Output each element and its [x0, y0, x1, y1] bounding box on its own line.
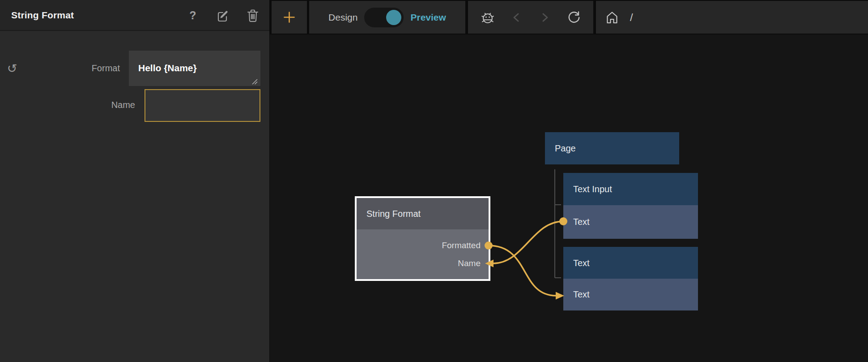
properties-panel-header: String Format ? — [0, 0, 269, 31]
preview-toolbar: Design Preview — [270, 0, 868, 34]
node-string-format-selected[interactable]: String Format Formatted Name — [355, 196, 490, 281]
help-icon[interactable]: ? — [186, 9, 200, 22]
toggle-knob — [386, 10, 401, 25]
page-breadcrumb: / — [596, 1, 868, 34]
node-title: Text Input — [563, 173, 698, 205]
properties-panel: String Format ? ↺ Format — [0, 0, 269, 362]
design-mode-label[interactable]: Design — [328, 12, 357, 23]
node-header[interactable]: Text — [563, 247, 698, 279]
name-value-input[interactable] — [145, 89, 260, 122]
debug-bug-icon[interactable] — [481, 10, 495, 25]
node-page[interactable]: Page — [545, 132, 679, 164]
add-button[interactable] — [272, 1, 307, 34]
back-chevron-icon[interactable] — [509, 10, 523, 25]
home-icon[interactable] — [605, 10, 619, 25]
node-text[interactable]: Text Text — [563, 247, 698, 310]
navigation-controls — [468, 1, 593, 34]
panel-title: String Format — [11, 10, 74, 21]
input-port-name[interactable]: Name — [458, 259, 481, 268]
node-header[interactable]: String Format — [357, 198, 489, 229]
port-row-text[interactable]: Text — [563, 205, 698, 239]
refresh-icon[interactable] — [566, 10, 581, 25]
breadcrumb-path[interactable]: / — [630, 11, 633, 24]
format-field-label: Format — [0, 63, 120, 73]
node-title: String Format — [357, 198, 489, 229]
mode-switcher: Design Preview — [309, 1, 465, 34]
panel-header-actions: ? — [186, 0, 260, 31]
design-preview-toggle[interactable] — [364, 8, 404, 27]
name-field-label: Name — [0, 100, 135, 110]
trash-icon[interactable] — [246, 9, 260, 22]
forward-chevron-icon[interactable] — [538, 10, 552, 25]
node-title: Page — [545, 132, 679, 164]
preview-mode-label[interactable]: Preview — [410, 12, 446, 23]
port-row-text[interactable]: Text — [563, 279, 698, 310]
textarea-resize-handle-icon[interactable] — [251, 78, 258, 85]
node-header[interactable]: Text Input — [563, 173, 698, 205]
output-port-formatted[interactable]: Formatted — [442, 241, 481, 250]
edit-icon[interactable] — [216, 9, 230, 22]
port-label: Text — [563, 279, 698, 310]
node-text-input[interactable]: Text Input Text — [563, 173, 698, 239]
format-value-textarea[interactable] — [129, 51, 260, 86]
node-title: Text — [563, 247, 698, 279]
port-label: Text — [563, 205, 698, 239]
